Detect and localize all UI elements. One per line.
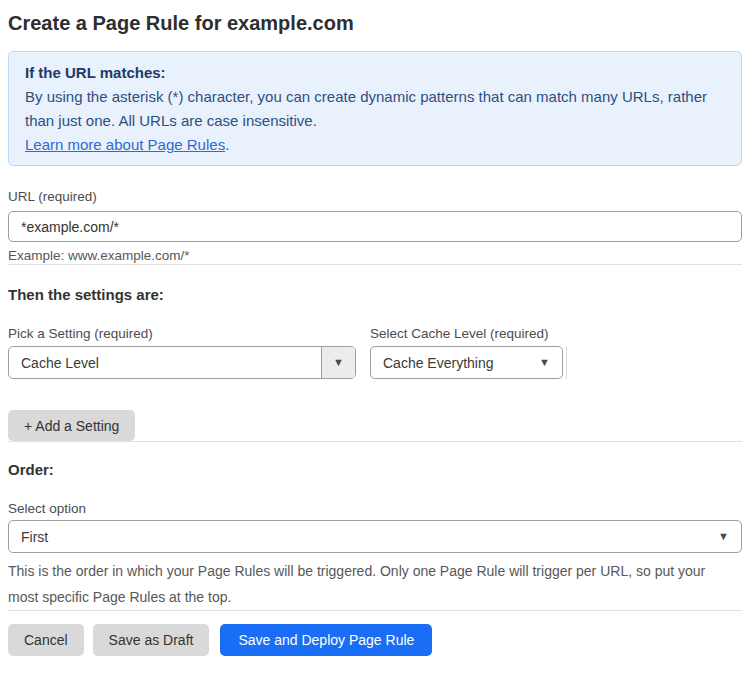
page-title: Create a Page Rule for example.com [8,11,742,35]
url-field-section: URL (required) Example: www.example.com/… [8,188,742,264]
settings-heading: Then the settings are: [8,286,742,304]
pick-setting-value: Cache Level [9,355,321,371]
info-box-heading: If the URL matches: [25,61,725,85]
url-matches-info-box: If the URL matches: By using the asteris… [8,51,742,166]
order-heading: Order: [8,461,742,479]
link-suffix: . [225,136,229,153]
info-box-body: By using the asterisk (*) character, you… [25,85,725,133]
pick-setting-label: Pick a Setting (required) [8,325,356,342]
order-select[interactable]: First ▼ [8,520,742,553]
cache-level-select[interactable]: Cache Everything ▼ [370,346,563,379]
cache-level-label: Select Cache Level (required) [370,325,567,342]
settings-row: Pick a Setting (required) Cache Level ▼ … [8,325,742,379]
info-box-link-line: Learn more about Page Rules. [25,133,725,157]
chevron-down-icon[interactable]: ▼ [321,347,355,378]
cache-level-value: Cache Everything [371,355,539,371]
order-helper-text: This is the order in which your Page Rul… [8,558,728,610]
add-setting-button[interactable]: + Add a Setting [8,410,135,441]
section-divider [8,610,742,611]
order-select-label: Select option [8,500,742,517]
pick-setting-column: Pick a Setting (required) Cache Level ▼ [8,325,356,379]
chevron-down-icon: ▼ [718,531,741,542]
pick-setting-select[interactable]: Cache Level ▼ [8,346,356,379]
vertical-rule [566,346,567,379]
cache-level-select-wrap: Cache Everything ▼ [370,342,567,379]
save-as-draft-button[interactable]: Save as Draft [93,624,210,656]
order-section: Order: Select option First ▼ This is the… [8,461,742,610]
save-and-deploy-button[interactable]: Save and Deploy Page Rule [220,624,432,656]
order-select-value: First [9,529,718,545]
form-actions: Cancel Save as Draft Save and Deploy Pag… [8,624,742,656]
cancel-button[interactable]: Cancel [8,624,84,656]
section-divider [8,441,742,442]
learn-more-page-rules-link[interactable]: Learn more about Page Rules [25,136,225,153]
url-label: URL (required) [8,188,742,205]
url-input[interactable] [8,211,742,242]
chevron-down-icon: ▼ [539,357,562,368]
cache-level-column: Select Cache Level (required) Cache Ever… [370,325,567,379]
create-page-rule-form: Create a Page Rule for example.com If th… [0,11,750,656]
section-divider [8,264,742,265]
url-example-helper: Example: www.example.com/* [8,247,742,264]
